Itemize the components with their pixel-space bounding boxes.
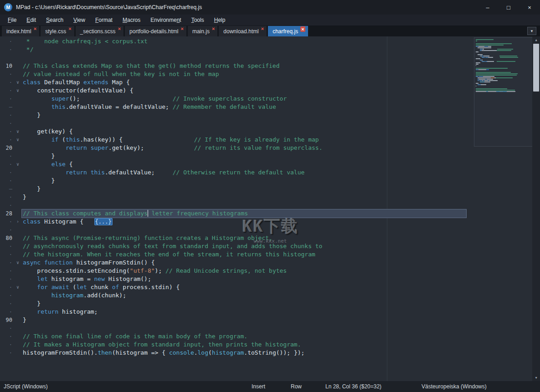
window-title: MPad - c:\Users\Rickard\Documents\Source… xyxy=(16,4,202,10)
code-line[interactable]: ·∨ if (this.has(key)) { // If the key is… xyxy=(0,136,532,144)
status-encoding: Västeuropeiska (Windows) xyxy=(422,381,487,392)
fold-open-icon[interactable]: ∨ xyxy=(14,283,22,291)
code-line[interactable]: 90} xyxy=(0,316,532,324)
code-line[interactable]: · } xyxy=(0,300,532,308)
tab-list-dropdown-button[interactable]: ▼ xyxy=(527,27,536,35)
tab-download.html[interactable]: download.html× xyxy=(219,26,267,36)
tab-close-icon[interactable]: × xyxy=(68,26,71,31)
code-line[interactable]: ·// This one final line of code is the m… xyxy=(0,332,532,341)
code-line[interactable]: · } xyxy=(0,152,532,160)
tab-close-icon[interactable]: × xyxy=(180,26,183,31)
line-text: } xyxy=(22,177,466,185)
scroll-up-icon[interactable]: ▲ xyxy=(532,36,540,43)
fold-open-icon[interactable]: ∨ xyxy=(14,136,22,144)
code-line[interactable]: – this.defaultValue = defaultValue; // R… xyxy=(0,103,532,111)
fold-open-icon[interactable]: ∨ xyxy=(14,87,22,95)
code-line[interactable]: 80// This async (Promise-returning) func… xyxy=(0,234,532,242)
code-line[interactable]: 28// This class computes and displays le… xyxy=(0,209,532,218)
code-line[interactable]: ·∨ constructor(defaultValue) { xyxy=(0,87,532,95)
line-number: · xyxy=(0,201,14,209)
tab-close-icon[interactable]: × xyxy=(261,26,264,31)
maximize-button[interactable]: □ xyxy=(498,0,519,15)
code-line[interactable]: · return histogram; xyxy=(0,308,532,316)
code-line[interactable]: ·∨ for await (let chunk of process.stdin… xyxy=(0,283,532,291)
code-line[interactable]: · */ xyxy=(0,46,532,54)
menu-tools[interactable]: Tools xyxy=(186,15,209,25)
code-line[interactable]: 10// This class extends Map so that the … xyxy=(0,62,532,70)
close-button[interactable]: × xyxy=(519,0,540,15)
code-line[interactable]: 20 return super.get(key); // return its … xyxy=(0,144,532,152)
code-line[interactable] xyxy=(0,54,532,62)
tab-charfreq.js[interactable]: charfreq.js× xyxy=(268,26,308,36)
code-line[interactable]: · histogram.add(chunk); xyxy=(0,291,532,300)
menu-search[interactable]: Search xyxy=(41,15,68,25)
line-number: 28 xyxy=(0,209,14,218)
tab-index.html[interactable]: index.html× xyxy=(2,26,39,36)
code-line[interactable]: · xyxy=(0,226,532,234)
minimap-line xyxy=(476,91,533,92)
tab-portfolio-details.html[interactable]: portfolio-details.html× xyxy=(125,26,186,36)
code-line[interactable]: · process.stdin.setEncoding("utf-8"); //… xyxy=(0,267,532,275)
menu-format[interactable]: Format xyxy=(90,15,118,25)
code-line[interactable]: ·∨class DefaultMap extends Map { xyxy=(0,78,532,87)
code-line[interactable]: ·// value instead of null when the key i… xyxy=(0,70,532,78)
tab-main.js[interactable]: main.js× xyxy=(188,26,217,36)
tab-style.css[interactable]: style.css× xyxy=(41,26,74,36)
fold-open-icon[interactable]: ∨ xyxy=(14,127,22,136)
code-line[interactable]: ·histogramFromStdin().then(histogram => … xyxy=(0,349,532,357)
line-number: · xyxy=(0,250,14,259)
current-line: // This class computes and displays lett… xyxy=(22,209,466,218)
line-text: histogram.add(chunk); xyxy=(22,291,466,300)
line-text: let histogram = new Histogram(); xyxy=(22,275,466,283)
line-text: get(key) { xyxy=(22,127,466,136)
line-number: · xyxy=(0,95,14,103)
scrollbar-thumb[interactable] xyxy=(533,44,539,92)
code-line[interactable]: · super(); // Invoke superclass construc… xyxy=(0,95,532,103)
menu-environment[interactable]: Environment xyxy=(145,15,186,25)
line-number: · xyxy=(0,267,14,275)
fold-column xyxy=(14,300,22,308)
code-line[interactable]: ·∨ else { xyxy=(0,160,532,168)
code-editor[interactable]: · * node charfreq.js < corpus.txt· */10/… xyxy=(0,36,540,381)
fold-column xyxy=(14,152,22,160)
fold-open-icon[interactable]: ∨ xyxy=(14,259,22,267)
menu-help[interactable]: Help xyxy=(209,15,231,25)
code-line[interactable]: ·›class Histogram { {...} xyxy=(0,218,532,226)
code-line[interactable]: ·∨async function histogramFromStdin() { xyxy=(0,259,532,267)
fold-open-icon[interactable]: ∨ xyxy=(14,78,22,87)
code-line[interactable]: ·// It makes a Histogram object from sta… xyxy=(0,341,532,349)
code-line[interactable]: · } xyxy=(0,111,532,119)
line-number: · xyxy=(0,78,14,87)
code-line[interactable]: · return this.defaultValue; // Otherwise… xyxy=(0,168,532,177)
code-line[interactable]: · xyxy=(0,201,532,209)
tab-close-icon[interactable]: × xyxy=(300,26,305,32)
code-line[interactable]: · let histogram = new Histogram(); xyxy=(0,275,532,283)
fold-column xyxy=(14,267,22,275)
code-line[interactable]: · xyxy=(0,119,532,127)
code-line[interactable]: · * node charfreq.js < corpus.txt xyxy=(0,37,532,46)
code-line[interactable]: · xyxy=(0,324,532,332)
menu-macros[interactable]: Macros xyxy=(118,15,145,25)
tab-close-icon[interactable]: × xyxy=(34,26,36,31)
code-line[interactable]: ·// the histogram. When it reaches the e… xyxy=(0,250,532,259)
tab-close-icon[interactable]: × xyxy=(212,26,215,31)
vertical-scrollbar[interactable]: ▲ ▼ xyxy=(532,36,540,381)
line-text: class DefaultMap extends Map { xyxy=(22,78,466,87)
code-line[interactable]: · } xyxy=(0,177,532,185)
line-text: } xyxy=(22,185,466,193)
code-line[interactable]: ·// asynchronously reads chunks of text … xyxy=(0,242,532,250)
minimap[interactable] xyxy=(474,37,535,147)
code-line[interactable]: – } xyxy=(0,185,532,193)
fold-closed-icon[interactable]: › xyxy=(14,218,22,226)
fold-open-icon[interactable]: ∨ xyxy=(14,160,22,168)
code-line[interactable]: ·∨ get(key) { xyxy=(0,127,532,136)
menu-file[interactable]: File xyxy=(3,15,21,25)
minimize-button[interactable]: – xyxy=(477,0,498,15)
menu-edit[interactable]: Edit xyxy=(21,15,41,25)
tab-close-icon[interactable]: × xyxy=(118,26,121,31)
menu-view[interactable]: View xyxy=(68,15,90,25)
fold-column xyxy=(14,62,22,70)
tab-_sections.scss[interactable]: _sections.scss× xyxy=(76,26,123,36)
code-line[interactable]: ·} xyxy=(0,193,532,201)
scroll-down-icon[interactable]: ▼ xyxy=(532,374,540,381)
